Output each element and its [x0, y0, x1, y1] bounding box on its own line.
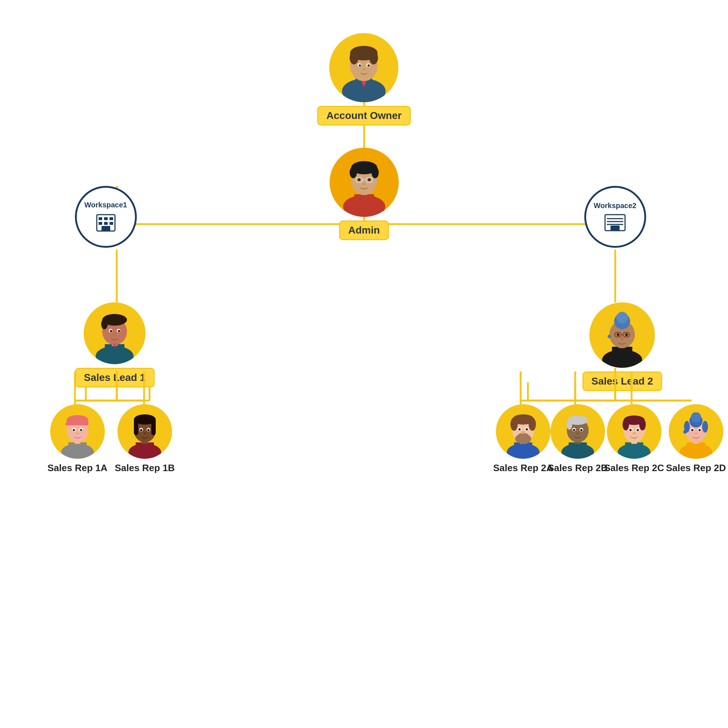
- svg-point-125: [566, 419, 572, 430]
- svg-rect-70: [612, 347, 632, 362]
- sales-rep-1a-node: Sales Rep 1A: [47, 404, 108, 474]
- sales-rep-2d-label: Sales Rep 2D: [666, 462, 726, 474]
- svg-point-28: [359, 64, 361, 67]
- sales-rep-2d-avatar: [669, 404, 723, 459]
- sales-rep-2a-label: Sales Rep 2A: [493, 462, 554, 474]
- svg-rect-99: [134, 419, 138, 435]
- svg-point-93: [76, 432, 79, 434]
- admin-label: Admin: [339, 220, 389, 240]
- workspace1-label-text: Workspace1: [84, 201, 127, 209]
- svg-rect-144: [687, 442, 705, 454]
- svg-rect-45: [99, 217, 102, 220]
- sales-lead-1-label: Sales Lead 1: [75, 368, 155, 387]
- svg-rect-47: [110, 217, 113, 220]
- svg-point-37: [372, 167, 379, 178]
- svg-point-66: [110, 330, 112, 332]
- svg-point-30: [362, 69, 365, 70]
- org-chart: Account Owner: [37, 18, 691, 710]
- svg-rect-121: [569, 442, 587, 454]
- svg-point-148: [691, 412, 701, 422]
- sales-rep-1b-node: Sales Rep 1B: [115, 404, 175, 474]
- svg-point-79: [626, 333, 628, 336]
- sales-rep-2c-label: Sales Rep 2C: [604, 462, 664, 474]
- svg-point-42: [368, 178, 371, 181]
- svg-rect-50: [110, 222, 113, 225]
- svg-point-74: [616, 312, 628, 323]
- svg-rect-56: [610, 226, 619, 231]
- svg-rect-107: [514, 442, 532, 454]
- svg-point-67: [118, 330, 120, 332]
- workspace2-label-text: Workspace2: [594, 202, 636, 210]
- svg-rect-100: [151, 419, 156, 435]
- sales-rep-2c-avatar: [607, 404, 661, 459]
- level-account-owner: Account Owner: [37, 33, 691, 125]
- account-owner-label: Account Owner: [317, 106, 411, 125]
- svg-point-141: [637, 429, 639, 431]
- sales-lead-1-avatar: [84, 302, 145, 364]
- svg-rect-88: [66, 423, 70, 425]
- svg-point-36: [350, 167, 357, 178]
- svg-point-142: [633, 432, 636, 434]
- admin-node: Admin: [330, 148, 399, 240]
- svg-point-128: [573, 429, 575, 431]
- sales-lead-2-node: Sales Lead 2: [583, 302, 662, 391]
- svg-point-129: [580, 429, 583, 431]
- admin-avatar: [330, 148, 399, 217]
- sales-rep-2a-avatar: [496, 404, 551, 459]
- workspace2-icon: Workspace2: [584, 186, 646, 248]
- sales-lead-2-label: Sales Lead 2: [583, 372, 662, 391]
- svg-rect-95: [136, 442, 154, 454]
- sales-rep-2b-node: Sales Rep 2B: [548, 404, 608, 474]
- sales-rep-1a-avatar: [50, 404, 105, 459]
- svg-point-118: [526, 428, 528, 430]
- svg-rect-46: [104, 217, 108, 220]
- workspace2-node: Workspace2: [584, 186, 646, 248]
- sales-lead-2-avatar: [589, 302, 655, 368]
- svg-point-92: [80, 429, 82, 431]
- sales-rep-1b-avatar: [118, 404, 172, 459]
- svg-rect-83: [69, 442, 87, 454]
- sales-rep-2d-node: Sales Rep 2D: [666, 404, 726, 474]
- svg-point-117: [518, 428, 521, 430]
- svg-rect-32: [354, 194, 374, 210]
- sales-rep-1a-label: Sales Rep 1A: [47, 462, 108, 474]
- svg-point-91: [73, 429, 75, 431]
- workspace1-node: Workspace1: [75, 186, 137, 248]
- sales-rep-2c-node: Sales Rep 2C: [604, 404, 664, 474]
- svg-point-41: [358, 178, 361, 181]
- svg-point-43: [363, 183, 366, 185]
- svg-point-136: [622, 419, 629, 430]
- svg-point-130: [576, 432, 579, 434]
- svg-point-62: [101, 319, 108, 329]
- svg-rect-132: [625, 442, 643, 454]
- svg-point-156: [683, 430, 687, 434]
- svg-point-105: [143, 432, 146, 434]
- svg-point-29: [367, 64, 370, 67]
- svg-rect-48: [99, 222, 102, 225]
- svg-point-68: [113, 334, 116, 336]
- svg-point-78: [617, 333, 619, 336]
- svg-point-137: [639, 419, 646, 430]
- svg-point-140: [629, 429, 632, 431]
- svg-point-80: [621, 338, 624, 340]
- account-owner-node: Account Owner: [317, 33, 411, 125]
- svg-rect-51: [101, 226, 110, 231]
- sales-lead-1-node: Sales Lead 1: [75, 302, 155, 387]
- svg-point-103: [140, 429, 142, 431]
- sales-rep-1b-label: Sales Rep 1B: [115, 462, 175, 474]
- svg-point-81: [607, 335, 611, 338]
- svg-point-25: [369, 51, 378, 64]
- account-owner-avatar: [329, 33, 398, 102]
- workspace1-icon: Workspace1: [75, 186, 137, 248]
- sales-rep-2b-avatar: [551, 404, 605, 459]
- sales-rep-2b-label: Sales Rep 2B: [548, 462, 608, 474]
- svg-point-154: [699, 429, 701, 431]
- svg-point-104: [147, 429, 150, 431]
- sales-rep-2a-node: Sales Rep 2A: [493, 404, 554, 474]
- svg-point-150: [702, 421, 708, 433]
- svg-point-119: [522, 431, 525, 434]
- svg-rect-49: [104, 222, 108, 225]
- svg-point-155: [694, 432, 697, 434]
- svg-point-114: [529, 418, 536, 431]
- svg-point-153: [691, 429, 693, 431]
